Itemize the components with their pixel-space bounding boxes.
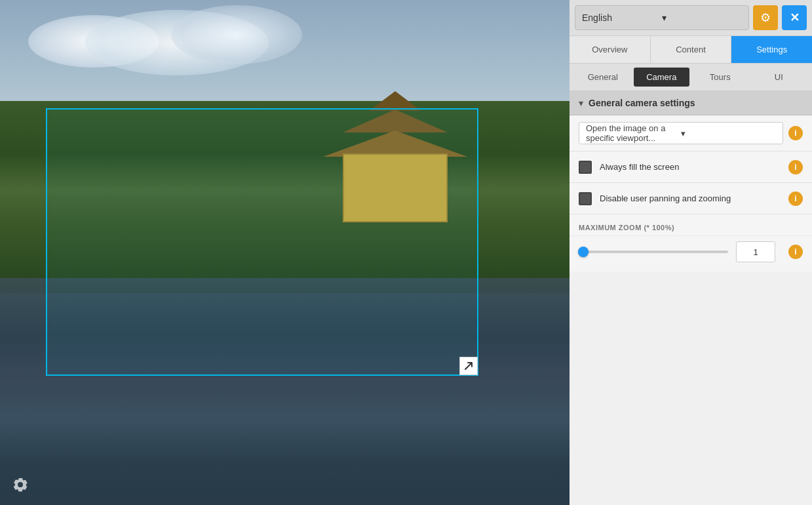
dropdown-chevron-icon: ▾ xyxy=(681,129,776,138)
gear-icon: ⚙ xyxy=(760,10,771,25)
section-collapse-icon: ▾ xyxy=(579,98,583,108)
header-row: English ▾ ⚙ ✕ xyxy=(570,0,812,36)
zoom-info-icon: i xyxy=(794,247,796,256)
always-fill-row: Always fill the screen i xyxy=(570,152,812,183)
forest-bg xyxy=(0,101,570,278)
main-tabs: Overview Content Settings xyxy=(570,36,812,64)
zoom-slider-thumb[interactable] xyxy=(578,247,589,257)
temple xyxy=(323,91,467,222)
viewport-resize-handle[interactable] xyxy=(459,357,478,375)
always-fill-info-icon: i xyxy=(794,163,796,172)
always-fill-checkbox[interactable] xyxy=(579,161,592,174)
viewport-dropdown-label: Open the image on a specific viewport... xyxy=(586,123,681,143)
language-chevron-icon: ▾ xyxy=(662,12,742,23)
viewport-info-button[interactable]: i xyxy=(788,126,803,140)
image-viewport xyxy=(0,0,570,505)
tab-content[interactable]: Content xyxy=(651,36,732,63)
disable-panning-label: Disable user panning and zooming xyxy=(600,193,783,203)
tab-camera[interactable]: Camera xyxy=(634,68,690,87)
disable-panning-checkbox[interactable] xyxy=(579,192,592,205)
disable-panning-info-button[interactable]: i xyxy=(788,192,803,206)
settings-tabs: General Camera Tours UI xyxy=(570,64,812,91)
scene-settings-icon[interactable] xyxy=(10,474,31,495)
viewport-dropdown[interactable]: Open the image on a specific viewport...… xyxy=(579,122,783,144)
zoom-slider-track xyxy=(579,251,728,253)
tab-settings[interactable]: Settings xyxy=(731,36,812,63)
viewport-setting-row: Open the image on a specific viewport...… xyxy=(570,115,812,152)
right-panel: English ▾ ⚙ ✕ Overview Content Settings … xyxy=(570,0,812,505)
zoom-info-button[interactable]: i xyxy=(788,245,803,259)
gear-button[interactable]: ⚙ xyxy=(753,5,778,30)
section-header-camera[interactable]: ▾ General camera settings xyxy=(570,91,812,115)
always-fill-label: Always fill the screen xyxy=(600,162,783,172)
tab-tours[interactable]: Tours xyxy=(692,68,748,87)
zoom-slider-container xyxy=(579,245,728,258)
viewport-info-icon: i xyxy=(794,129,796,138)
always-fill-info-button[interactable]: i xyxy=(788,160,803,174)
section-title: General camera settings xyxy=(589,98,695,108)
close-button[interactable]: ✕ xyxy=(782,5,807,30)
tab-ui[interactable]: UI xyxy=(751,68,807,87)
settings-content: ▾ General camera settings Open the image… xyxy=(570,91,812,505)
language-selector[interactable]: English ▾ xyxy=(575,5,749,30)
water-reflection xyxy=(0,293,570,505)
zoom-label-row: MAXIMUM ZOOM (* 100%) xyxy=(570,214,812,236)
language-label: English xyxy=(582,12,662,23)
zoom-section-label: MAXIMUM ZOOM (* 100%) xyxy=(579,224,674,232)
tab-general[interactable]: General xyxy=(575,68,631,87)
zoom-control-row: 1 i xyxy=(570,236,812,272)
tab-overview[interactable]: Overview xyxy=(570,36,651,63)
disable-panning-row: Disable user panning and zooming i xyxy=(570,183,812,214)
cloud-3 xyxy=(171,5,302,64)
close-icon: ✕ xyxy=(790,10,800,25)
disable-panning-info-icon: i xyxy=(794,194,796,203)
zoom-value-input[interactable]: 1 xyxy=(736,241,775,262)
